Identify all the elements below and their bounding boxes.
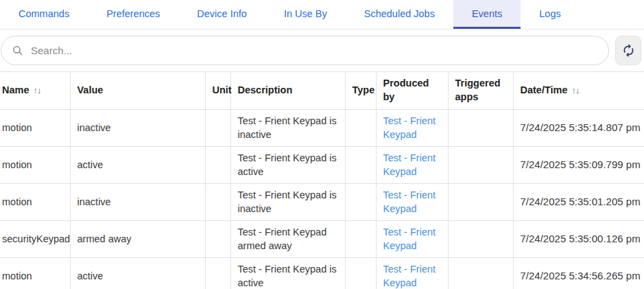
table-row: securityKeypad armed away Test - Frient … (0, 221, 644, 258)
tab-events[interactable]: Events (453, 0, 521, 29)
cell-value: armed away (70, 221, 205, 258)
search-icon (12, 45, 23, 56)
tab-label: Events (472, 8, 502, 19)
refresh-button[interactable] (615, 36, 641, 65)
device-link[interactable]: Test - Frient Keypad (383, 152, 436, 177)
tab-label: In Use By (284, 8, 327, 19)
cell-datetime: 7/24/2025 5:35:14.807 pm (513, 110, 644, 147)
tab-commands[interactable]: Commands (0, 0, 88, 29)
table-header-row: Name↑↓ Value Unit Description Type Produ… (0, 72, 644, 110)
cell-name: motion (0, 258, 70, 289)
cell-triggered-apps (448, 110, 513, 147)
search-input[interactable] (29, 44, 598, 57)
cell-produced-by: Test - Frient Keypad (376, 221, 448, 258)
search-box[interactable] (1, 36, 609, 65)
cell-description: Test - Frient Keypad is inactive (230, 184, 345, 221)
column-header-produced-by: Produced by (376, 72, 448, 110)
column-header-description: Description (230, 72, 345, 110)
search-toolbar (0, 30, 644, 67)
cell-produced-by: Test - Frient Keypad (376, 110, 448, 147)
column-header-name[interactable]: Name↑↓ (0, 72, 70, 110)
cell-name: motion (0, 147, 70, 184)
tab-device-info[interactable]: Device Info (178, 0, 265, 29)
tab-label: Scheduled Jobs (364, 8, 435, 19)
cell-type (345, 147, 376, 184)
column-header-datetime[interactable]: Date/Time↑↓ (513, 72, 644, 110)
tab-label: Logs (539, 8, 560, 19)
cell-datetime: 7/24/2025 5:35:00.126 pm (513, 221, 644, 258)
cell-produced-by: Test - Frient Keypad (376, 258, 448, 289)
cell-triggered-apps (448, 184, 513, 221)
tab-in-use-by[interactable]: In Use By (265, 0, 346, 29)
cell-value: inactive (70, 184, 205, 221)
cell-triggered-apps (448, 258, 513, 289)
table-row: motion active Test - Frient Keypad is ac… (0, 147, 644, 184)
cell-unit (205, 258, 230, 289)
cell-produced-by: Test - Frient Keypad (376, 184, 448, 221)
table-row: motion inactive Test - Frient Keypad is … (0, 184, 644, 221)
tab-label: Commands (19, 8, 69, 19)
events-table: Name↑↓ Value Unit Description Type Produ… (0, 71, 644, 289)
cell-value: inactive (70, 110, 205, 147)
cell-datetime: 7/24/2025 5:35:01.205 pm (513, 184, 644, 221)
cell-triggered-apps (448, 147, 513, 184)
tab-preferences[interactable]: Preferences (88, 0, 178, 29)
cell-description: Test - Frient Keypad is active (230, 147, 345, 184)
device-tabs: Commands Preferences Device Info In Use … (0, 0, 644, 30)
cell-type (345, 110, 376, 147)
device-link[interactable]: Test - Frient Keypad (383, 189, 436, 214)
cell-unit (205, 221, 230, 258)
column-header-type: Type (345, 72, 376, 110)
cell-type (345, 258, 376, 289)
device-link[interactable]: Test - Frient Keypad (383, 115, 436, 140)
cell-name: motion (0, 184, 70, 221)
cell-description: Test - Frient Keypad is inactive (230, 110, 345, 147)
column-header-value: Value (70, 72, 205, 110)
cell-produced-by: Test - Frient Keypad (376, 147, 448, 184)
cell-unit (205, 147, 230, 184)
cell-value: active (70, 147, 205, 184)
cell-name: motion (0, 110, 70, 147)
cell-name: securityKeypad (0, 221, 70, 258)
device-link[interactable]: Test - Frient Keypad (383, 264, 436, 288)
tab-logs[interactable]: Logs (521, 0, 579, 29)
column-header-unit: Unit (205, 72, 230, 110)
table-row: motion active Test - Frient Keypad is ac… (0, 258, 644, 289)
tab-scheduled-jobs[interactable]: Scheduled Jobs (346, 0, 453, 29)
table-row: motion inactive Test - Frient Keypad is … (0, 110, 644, 147)
cell-value: active (70, 258, 205, 289)
cell-description: Test - Frient Keypad is active (230, 258, 345, 289)
device-link[interactable]: Test - Frient Keypad (383, 227, 436, 251)
sort-icon[interactable]: ↑↓ (34, 85, 41, 95)
tab-label: Device Info (197, 8, 247, 19)
cell-type (345, 221, 376, 258)
cell-unit (205, 184, 230, 221)
refresh-icon (621, 43, 636, 58)
cell-triggered-apps (448, 221, 513, 258)
cell-type (345, 184, 376, 221)
cell-unit (205, 110, 230, 147)
cell-datetime: 7/24/2025 5:35:09.799 pm (513, 147, 644, 184)
sort-icon[interactable]: ↑↓ (572, 85, 580, 95)
cell-datetime: 7/24/2025 5:34:56.265 pm (513, 258, 644, 289)
tab-label: Preferences (106, 8, 160, 19)
cell-description: Test - Frient Keypad armed away (230, 221, 345, 258)
column-header-triggered-apps: Triggered apps (448, 72, 513, 110)
